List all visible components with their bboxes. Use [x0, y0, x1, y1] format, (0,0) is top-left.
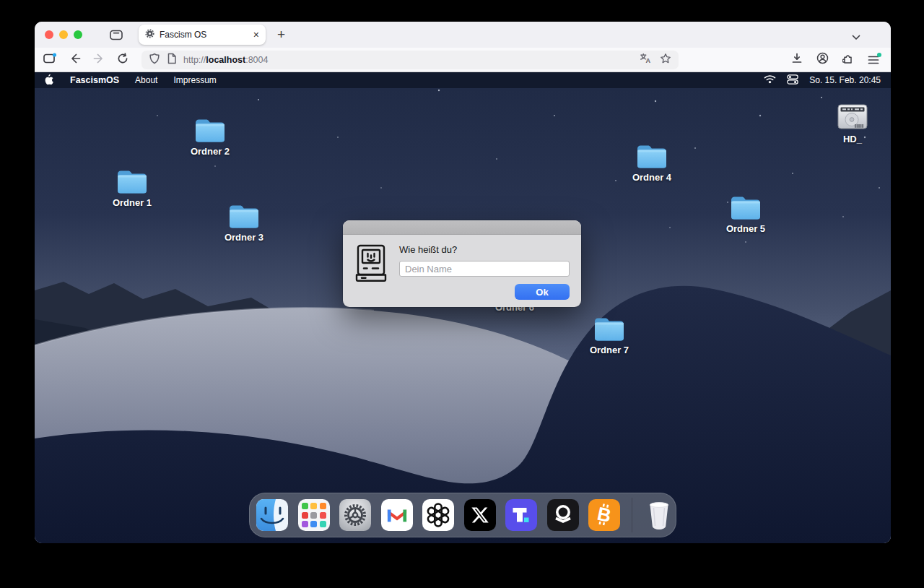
folder-label: Ordner 3	[225, 232, 263, 243]
dock-bitcoin-icon[interactable]: B	[588, 499, 620, 531]
folder-ordner-2[interactable]: Ordner 2	[177, 116, 243, 157]
folder-ordner-5[interactable]: Ordner 5	[712, 194, 779, 234]
control-center-icon[interactable]	[787, 74, 798, 87]
dock-trash-icon[interactable]	[643, 499, 675, 531]
translate-icon[interactable]: A	[640, 53, 651, 66]
url-host: localhost	[206, 55, 245, 65]
folder-icon	[116, 168, 149, 195]
reload-icon[interactable]	[117, 53, 128, 67]
fascismos-desktop: FascismOS About Impressum So. 15. Feb. 2…	[35, 72, 891, 543]
app-menu-hamburger-icon[interactable]	[868, 55, 879, 65]
downloads-icon[interactable]	[791, 53, 803, 66]
dock-gmail-icon[interactable]	[381, 499, 413, 531]
minimize-window-button[interactable]	[59, 30, 68, 39]
page-info-icon[interactable]	[166, 53, 178, 67]
folder-label: Ordner 7	[590, 345, 629, 355]
menubar-clock: So. 15. Feb. 20:45	[809, 75, 881, 85]
folder-label: Ordner 5	[726, 223, 765, 234]
ok-button[interactable]: Ok	[515, 284, 570, 300]
dock-chatgpt-icon[interactable]	[422, 499, 454, 531]
close-window-button[interactable]	[45, 30, 53, 39]
os-menubar: FascismOS About Impressum So. 15. Feb. 2…	[35, 72, 891, 88]
apple-logo-icon[interactable]	[45, 74, 54, 87]
hard-drive-label: HD_	[843, 134, 862, 144]
dock-launchpad-icon[interactable]	[298, 499, 330, 531]
navigation-toolbar: http://localhost:8004 A	[35, 48, 891, 72]
folder-ordner-3[interactable]: Ordner 3	[211, 202, 277, 243]
menubar-app-name[interactable]: FascismOS	[70, 75, 119, 85]
folder-icon	[193, 116, 227, 144]
dock-separator	[632, 498, 632, 532]
dock-finder-icon[interactable]	[256, 499, 288, 531]
happy-mac-icon	[354, 244, 388, 283]
hard-drive-icon	[837, 103, 868, 131]
dialog-question: Wie heißt du?	[399, 244, 570, 255]
menubar-item-impressum[interactable]: Impressum	[173, 75, 216, 85]
folder-label: Ordner 4	[632, 172, 671, 183]
wifi-icon[interactable]	[764, 74, 776, 86]
zoom-window-button[interactable]	[74, 30, 82, 39]
traffic-lights	[45, 30, 82, 39]
folder-ordner-7[interactable]: Ordner 7	[576, 315, 642, 355]
name-prompt-dialog: Wie heißt du? Ok	[343, 220, 581, 307]
shield-icon[interactable]	[149, 53, 160, 67]
hard-drive-item[interactable]: HD_	[819, 103, 886, 144]
tab-bar: Fascism OS × +	[35, 22, 891, 48]
back-icon[interactable]	[69, 53, 81, 67]
dialog-titlebar	[343, 220, 581, 235]
name-input[interactable]	[399, 261, 570, 277]
url-text[interactable]: http://localhost:8004	[183, 55, 268, 65]
forward-icon[interactable]	[93, 53, 105, 67]
mojave-night-wallpaper	[35, 72, 891, 543]
account-icon[interactable]	[816, 52, 829, 67]
new-tab-button[interactable]: +	[277, 27, 285, 43]
tab-title: Fascism OS	[160, 30, 248, 40]
extensions-puzzle-icon[interactable]	[842, 53, 854, 67]
url-bar[interactable]: http://localhost:8004 A	[141, 51, 679, 69]
tab-manager-icon[interactable]	[110, 30, 123, 40]
dock-settings-gear-icon[interactable]	[339, 499, 371, 531]
folder-label: Ordner 2	[191, 146, 230, 157]
dock-truth-social-icon[interactable]	[505, 499, 537, 531]
folder-ordner-4[interactable]: Ordner 4	[619, 142, 685, 183]
launchpad-grid	[302, 503, 326, 527]
firefox-view-icon[interactable]	[43, 53, 57, 66]
bookmark-star-icon[interactable]	[660, 53, 671, 67]
dock-q-circle-icon[interactable]	[547, 499, 579, 531]
dock: B	[249, 493, 676, 537]
menu-notification-dot	[877, 53, 881, 57]
folder-icon	[227, 202, 261, 230]
folder-icon	[729, 194, 762, 221]
dock-x-twitter-icon[interactable]	[464, 499, 496, 531]
tab-overflow-chevron-icon[interactable]	[852, 30, 860, 43]
tab-close-icon[interactable]: ×	[253, 30, 259, 40]
browser-window: Fascism OS × +	[35, 22, 891, 543]
menubar-item-about[interactable]: About	[135, 75, 157, 85]
url-port: :8004	[245, 55, 268, 65]
folder-ordner-1[interactable]: Ordner 1	[99, 168, 165, 208]
folder-label: Ordner 1	[113, 197, 152, 208]
folder-icon	[635, 142, 668, 170]
url-scheme: http://	[183, 55, 206, 65]
svg-text:A: A	[646, 57, 651, 64]
favicon-gear-icon	[145, 28, 154, 41]
folder-icon	[593, 315, 626, 342]
tab-fascism-os[interactable]: Fascism OS ×	[139, 25, 266, 45]
